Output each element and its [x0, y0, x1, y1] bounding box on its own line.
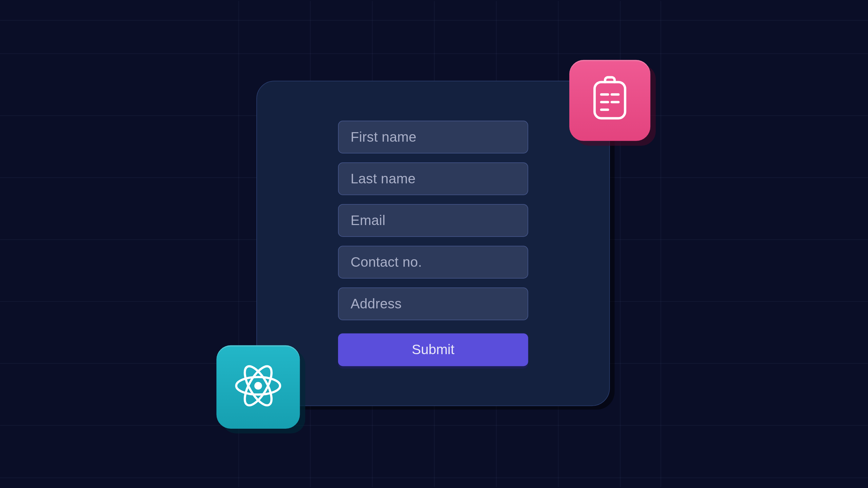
form-card: First name Last name Email Contact no. A… [256, 81, 610, 406]
email-placeholder: Email [351, 212, 386, 228]
react-tile [216, 345, 300, 429]
submit-button-label: Submit [412, 342, 454, 358]
contact-no-field[interactable]: Contact no. [338, 246, 528, 279]
svg-rect-0 [595, 82, 625, 118]
email-field[interactable]: Email [338, 204, 528, 237]
first-name-placeholder: First name [351, 129, 417, 145]
react-icon [231, 359, 286, 416]
clipboard-tile [569, 60, 650, 141]
svg-point-6 [254, 382, 262, 390]
submit-button[interactable]: Submit [338, 333, 528, 366]
address-placeholder: Address [351, 296, 402, 312]
first-name-field[interactable]: First name [338, 121, 528, 154]
last-name-field[interactable]: Last name [338, 162, 528, 195]
address-field[interactable]: Address [338, 287, 528, 320]
contact-no-placeholder: Contact no. [351, 254, 422, 270]
last-name-placeholder: Last name [351, 171, 416, 187]
clipboard-icon [586, 75, 634, 125]
